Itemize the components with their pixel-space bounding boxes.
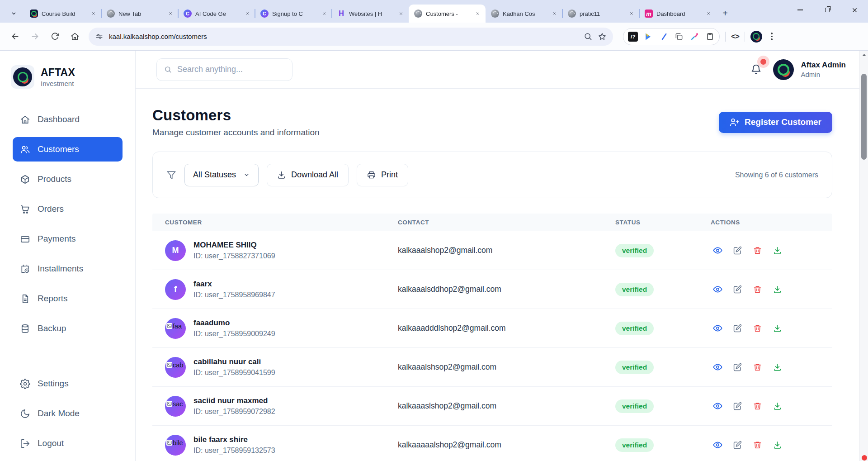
- nav-icon: [20, 144, 30, 155]
- fx-extension-icon[interactable]: f?: [628, 32, 638, 42]
- view-customer-button[interactable]: [711, 283, 724, 296]
- page-subtitle: Manage customer accounts and information: [152, 128, 320, 138]
- tab-favicon: [184, 10, 192, 18]
- download-icon: [773, 285, 782, 294]
- delete-customer-button[interactable]: [750, 399, 764, 413]
- sidebar-item-installments[interactable]: Installments: [13, 257, 123, 281]
- download-customer-button[interactable]: [770, 438, 784, 452]
- view-customer-button[interactable]: [711, 438, 724, 452]
- tab-close-icon[interactable]: [627, 10, 636, 18]
- status-filter-select[interactable]: All Statuses: [184, 164, 259, 186]
- browser-tab-customers[interactable]: Customers -: [409, 5, 486, 23]
- sidebar-item-dashboard[interactable]: Dashboard: [13, 107, 123, 132]
- delete-customer-button[interactable]: [750, 244, 764, 257]
- view-customer-button[interactable]: [711, 244, 724, 257]
- user-avatar[interactable]: [773, 59, 794, 80]
- edit-customer-button[interactable]: [731, 244, 744, 257]
- minimize-button[interactable]: [787, 0, 814, 20]
- tab-close-icon[interactable]: [551, 10, 559, 18]
- tab-close-icon[interactable]: [320, 10, 328, 18]
- tab-close-icon[interactable]: [90, 10, 98, 18]
- browser-tab-signup[interactable]: Signup to C: [255, 5, 332, 23]
- reload-button[interactable]: [46, 28, 63, 45]
- sidebar-item-logout[interactable]: Logout: [13, 431, 123, 456]
- table-row: M M MOHAMEE SHIIQ ID: user_1758827371069…: [152, 231, 832, 270]
- brand-subtitle: Investment: [41, 80, 75, 87]
- delete-customer-button[interactable]: [750, 283, 764, 296]
- delete-customer-button[interactable]: [750, 438, 764, 452]
- notifications-button[interactable]: [750, 63, 763, 76]
- sidebar-item-products[interactable]: Products: [13, 167, 123, 191]
- site-settings-icon[interactable]: [95, 32, 104, 41]
- download-customer-button[interactable]: [770, 361, 784, 374]
- back-button[interactable]: [6, 28, 24, 45]
- sidebar-item-payments[interactable]: Payments: [13, 227, 123, 251]
- tab-close-icon[interactable]: [243, 10, 251, 18]
- browser-tab-ai-code-gen[interactable]: AI Code Ge: [178, 5, 255, 23]
- sidebar-item-dark-mode[interactable]: Dark Mode: [13, 401, 123, 426]
- play-extension-icon[interactable]: [643, 32, 653, 42]
- window-copy-extension-icon[interactable]: [674, 32, 684, 42]
- edit-customer-button[interactable]: [731, 438, 744, 452]
- search-input[interactable]: [177, 65, 285, 74]
- tab-close-icon[interactable]: [166, 10, 175, 18]
- register-customer-button[interactable]: Register Customer: [719, 112, 832, 133]
- tab-search-button[interactable]: [5, 5, 23, 21]
- zoom-icon[interactable]: [584, 32, 592, 41]
- home-button[interactable]: [66, 28, 83, 45]
- download-customer-button[interactable]: [770, 322, 784, 335]
- sidebar-item-reports[interactable]: Reports: [13, 286, 123, 311]
- view-customer-button[interactable]: [711, 361, 724, 374]
- sidebar-item-settings[interactable]: Settings: [13, 371, 123, 396]
- browser-menu-button[interactable]: [765, 33, 778, 40]
- clipboard-extension-icon[interactable]: [705, 32, 715, 42]
- download-customer-button[interactable]: [770, 244, 784, 257]
- eyedropper-extension-icon[interactable]: [689, 32, 699, 42]
- column-header-actions: ACTIONS: [711, 219, 832, 226]
- tab-close-icon[interactable]: [397, 10, 405, 18]
- bookmark-star-icon[interactable]: [598, 32, 607, 41]
- print-button[interactable]: Print: [357, 164, 408, 186]
- scroll-up-arrow[interactable]: [860, 51, 868, 59]
- customer-id: ID: user_1758958969847: [193, 291, 275, 299]
- browser-tab-pratic11[interactable]: pratic11: [562, 5, 639, 23]
- maximize-button[interactable]: [814, 0, 841, 20]
- delete-customer-button[interactable]: [750, 322, 764, 335]
- edit-customer-button[interactable]: [731, 361, 744, 374]
- page-scrollbar[interactable]: [859, 51, 868, 461]
- broken-image-icon: [166, 362, 172, 368]
- view-customer-button[interactable]: [711, 322, 724, 335]
- sidebar-item-backup[interactable]: Backup: [13, 316, 123, 341]
- view-customer-button[interactable]: [711, 399, 724, 413]
- edit-customer-button[interactable]: [731, 283, 744, 296]
- close-button[interactable]: [841, 0, 868, 20]
- new-tab-button[interactable]: +: [717, 5, 733, 21]
- delete-customer-button[interactable]: [750, 361, 764, 374]
- nav-icon: [20, 174, 30, 185]
- tab-favicon: [107, 10, 115, 18]
- browser-tab-new-tab[interactable]: New Tab: [101, 5, 178, 23]
- global-search[interactable]: [156, 58, 292, 81]
- scrollbar-thumb[interactable]: [861, 74, 867, 160]
- sidebar-item-orders[interactable]: Orders: [13, 197, 123, 221]
- browser-tab-websites[interactable]: Websites | H: [332, 5, 409, 23]
- download-all-button[interactable]: Download All: [267, 164, 349, 186]
- url-text[interactable]: kaal.kalkaalshop.com/customers: [109, 33, 578, 40]
- pen-extension-icon[interactable]: [659, 32, 669, 42]
- browser-tab-dashboard[interactable]: Dashboard: [639, 5, 716, 23]
- edit-customer-button[interactable]: [731, 322, 744, 335]
- download-customer-button[interactable]: [770, 399, 784, 413]
- devtools-extension-icon[interactable]: <>: [731, 32, 739, 41]
- download-customer-button[interactable]: [770, 283, 784, 296]
- browser-tab-kadhan[interactable]: Kadhan Cos: [486, 5, 562, 23]
- browser-tab-course-builder[interactable]: Course Build: [24, 5, 101, 23]
- aftax-extension-icon[interactable]: [750, 31, 762, 43]
- edit-customer-button[interactable]: [731, 399, 744, 413]
- url-bar[interactable]: kaal.kalkaalshop.com/customers: [89, 28, 613, 46]
- tab-close-icon[interactable]: [704, 10, 712, 18]
- nav-icon: [20, 204, 30, 214]
- eye-icon: [713, 285, 722, 294]
- tab-close-icon[interactable]: [474, 10, 482, 18]
- sidebar-item-customers[interactable]: Customers: [13, 137, 123, 162]
- forward-button[interactable]: [26, 28, 43, 45]
